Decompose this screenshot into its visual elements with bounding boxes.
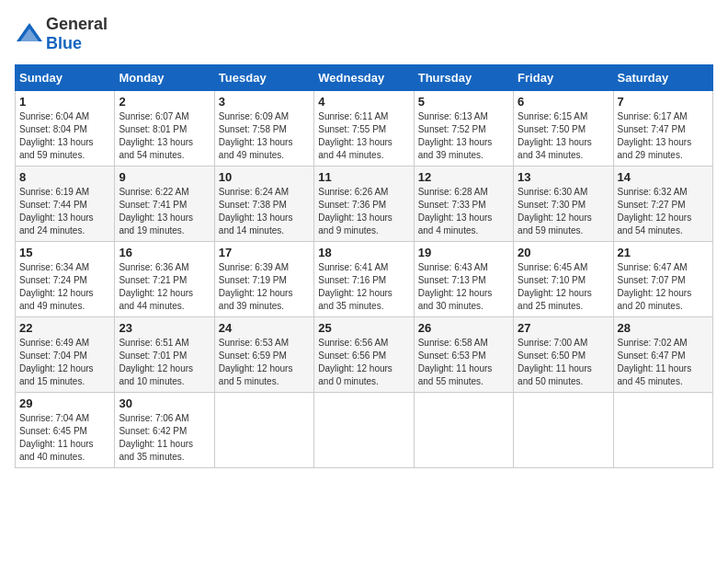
day-info: Sunrise: 6:04 AM Sunset: 8:04 PM Dayligh… xyxy=(19,110,110,162)
day-number: 23 xyxy=(119,321,210,335)
calendar-table: SundayMondayTuesdayWednesdayThursdayFrid… xyxy=(15,64,713,468)
day-info: Sunrise: 6:11 AM Sunset: 7:55 PM Dayligh… xyxy=(318,110,409,162)
day-header-thursday: Thursday xyxy=(414,65,513,91)
day-cell-5: 5 Sunrise: 6:13 AM Sunset: 7:52 PM Dayli… xyxy=(414,91,513,167)
calendar-header-row: SundayMondayTuesdayWednesdayThursdayFrid… xyxy=(16,65,713,91)
day-info: Sunrise: 6:09 AM Sunset: 7:58 PM Dayligh… xyxy=(219,110,310,162)
day-cell-30: 30 Sunrise: 7:06 AM Sunset: 6:42 PM Dayl… xyxy=(115,393,214,468)
day-info: Sunrise: 6:24 AM Sunset: 7:38 PM Dayligh… xyxy=(219,186,310,237)
logo-blue-text: Blue xyxy=(46,34,82,52)
day-number: 22 xyxy=(19,321,110,335)
day-cell-14: 14 Sunrise: 6:32 AM Sunset: 7:27 PM Dayl… xyxy=(613,167,712,242)
day-cell-7: 7 Sunrise: 6:17 AM Sunset: 7:47 PM Dayli… xyxy=(613,91,712,167)
day-cell-25: 25 Sunrise: 6:56 AM Sunset: 6:56 PM Dayl… xyxy=(314,317,414,393)
day-info: Sunrise: 6:15 AM Sunset: 7:50 PM Dayligh… xyxy=(518,110,609,162)
day-cell-11: 11 Sunrise: 6:26 AM Sunset: 7:36 PM Dayl… xyxy=(314,167,414,242)
day-number: 8 xyxy=(19,170,110,184)
day-number: 19 xyxy=(418,246,509,259)
calendar-week-1: 1 Sunrise: 6:04 AM Sunset: 8:04 PM Dayli… xyxy=(16,91,713,167)
day-cell-17: 17 Sunrise: 6:39 AM Sunset: 7:19 PM Dayl… xyxy=(214,242,313,317)
day-cell-22: 22 Sunrise: 6:49 AM Sunset: 7:04 PM Dayl… xyxy=(16,317,115,393)
day-info: Sunrise: 6:07 AM Sunset: 8:01 PM Dayligh… xyxy=(119,110,210,162)
day-header-tuesday: Tuesday xyxy=(214,65,313,91)
day-number: 13 xyxy=(518,170,609,184)
day-cell-15: 15 Sunrise: 6:34 AM Sunset: 7:24 PM Dayl… xyxy=(16,242,115,317)
day-cell-27: 27 Sunrise: 7:00 AM Sunset: 6:50 PM Dayl… xyxy=(514,317,613,393)
day-info: Sunrise: 6:30 AM Sunset: 7:30 PM Dayligh… xyxy=(518,186,609,237)
day-number: 5 xyxy=(418,95,509,109)
day-info: Sunrise: 6:51 AM Sunset: 7:01 PM Dayligh… xyxy=(119,337,210,388)
calendar-week-2: 8 Sunrise: 6:19 AM Sunset: 7:44 PM Dayli… xyxy=(16,167,713,242)
day-info: Sunrise: 6:26 AM Sunset: 7:36 PM Dayligh… xyxy=(318,186,409,237)
empty-cell xyxy=(414,393,513,468)
day-info: Sunrise: 6:53 AM Sunset: 6:59 PM Dayligh… xyxy=(219,337,310,388)
day-number: 20 xyxy=(518,246,609,259)
day-info: Sunrise: 6:13 AM Sunset: 7:52 PM Dayligh… xyxy=(418,110,509,162)
day-info: Sunrise: 6:28 AM Sunset: 7:33 PM Dayligh… xyxy=(418,186,509,237)
day-number: 3 xyxy=(219,95,310,109)
day-cell-29: 29 Sunrise: 7:04 AM Sunset: 6:45 PM Dayl… xyxy=(16,393,115,468)
day-info: Sunrise: 6:58 AM Sunset: 6:53 PM Dayligh… xyxy=(418,337,509,388)
header: General Blue xyxy=(15,15,713,53)
day-number: 9 xyxy=(119,170,210,184)
day-cell-1: 1 Sunrise: 6:04 AM Sunset: 8:04 PM Dayli… xyxy=(16,91,115,167)
day-info: Sunrise: 6:47 AM Sunset: 7:07 PM Dayligh… xyxy=(618,261,709,313)
day-number: 21 xyxy=(618,246,709,259)
day-info: Sunrise: 6:45 AM Sunset: 7:10 PM Dayligh… xyxy=(518,261,609,313)
day-number: 7 xyxy=(618,95,709,109)
day-cell-2: 2 Sunrise: 6:07 AM Sunset: 8:01 PM Dayli… xyxy=(115,91,214,167)
day-number: 11 xyxy=(318,170,409,184)
day-number: 2 xyxy=(119,95,210,109)
day-cell-16: 16 Sunrise: 6:36 AM Sunset: 7:21 PM Dayl… xyxy=(115,242,214,317)
day-number: 26 xyxy=(418,321,509,335)
day-info: Sunrise: 6:17 AM Sunset: 7:47 PM Dayligh… xyxy=(618,110,709,162)
day-cell-10: 10 Sunrise: 6:24 AM Sunset: 7:38 PM Dayl… xyxy=(214,167,313,242)
day-cell-12: 12 Sunrise: 6:28 AM Sunset: 7:33 PM Dayl… xyxy=(414,167,513,242)
day-header-wednesday: Wednesday xyxy=(314,65,414,91)
day-cell-6: 6 Sunrise: 6:15 AM Sunset: 7:50 PM Dayli… xyxy=(514,91,613,167)
day-number: 10 xyxy=(219,170,310,184)
day-info: Sunrise: 6:32 AM Sunset: 7:27 PM Dayligh… xyxy=(618,186,709,237)
day-number: 12 xyxy=(418,170,509,184)
day-info: Sunrise: 6:19 AM Sunset: 7:44 PM Dayligh… xyxy=(19,186,110,237)
day-header-saturday: Saturday xyxy=(613,65,712,91)
day-info: Sunrise: 7:02 AM Sunset: 6:47 PM Dayligh… xyxy=(618,337,709,388)
day-number: 18 xyxy=(318,246,409,259)
day-cell-20: 20 Sunrise: 6:45 AM Sunset: 7:10 PM Dayl… xyxy=(514,242,613,317)
day-info: Sunrise: 6:49 AM Sunset: 7:04 PM Dayligh… xyxy=(19,337,110,388)
day-cell-26: 26 Sunrise: 6:58 AM Sunset: 6:53 PM Dayl… xyxy=(414,317,513,393)
day-number: 17 xyxy=(219,246,310,259)
day-cell-19: 19 Sunrise: 6:43 AM Sunset: 7:13 PM Dayl… xyxy=(414,242,513,317)
day-cell-23: 23 Sunrise: 6:51 AM Sunset: 7:01 PM Dayl… xyxy=(115,317,214,393)
calendar-week-4: 22 Sunrise: 6:49 AM Sunset: 7:04 PM Dayl… xyxy=(16,317,713,393)
day-cell-8: 8 Sunrise: 6:19 AM Sunset: 7:44 PM Dayli… xyxy=(16,167,115,242)
day-cell-21: 21 Sunrise: 6:47 AM Sunset: 7:07 PM Dayl… xyxy=(613,242,712,317)
day-number: 27 xyxy=(518,321,609,335)
day-info: Sunrise: 6:22 AM Sunset: 7:41 PM Dayligh… xyxy=(119,186,210,237)
day-number: 24 xyxy=(219,321,310,335)
day-number: 29 xyxy=(19,396,110,410)
day-info: Sunrise: 6:41 AM Sunset: 7:16 PM Dayligh… xyxy=(318,261,409,313)
day-number: 15 xyxy=(19,246,110,259)
day-info: Sunrise: 7:00 AM Sunset: 6:50 PM Dayligh… xyxy=(518,337,609,388)
day-cell-3: 3 Sunrise: 6:09 AM Sunset: 7:58 PM Dayli… xyxy=(214,91,313,167)
day-cell-9: 9 Sunrise: 6:22 AM Sunset: 7:41 PM Dayli… xyxy=(115,167,214,242)
day-number: 30 xyxy=(119,396,210,410)
day-info: Sunrise: 7:06 AM Sunset: 6:42 PM Dayligh… xyxy=(119,412,210,464)
day-info: Sunrise: 6:34 AM Sunset: 7:24 PM Dayligh… xyxy=(19,261,110,313)
day-number: 4 xyxy=(318,95,409,109)
day-cell-24: 24 Sunrise: 6:53 AM Sunset: 6:59 PM Dayl… xyxy=(214,317,313,393)
day-cell-4: 4 Sunrise: 6:11 AM Sunset: 7:55 PM Dayli… xyxy=(314,91,414,167)
day-number: 1 xyxy=(19,95,110,109)
day-info: Sunrise: 7:04 AM Sunset: 6:45 PM Dayligh… xyxy=(19,412,110,464)
day-number: 16 xyxy=(119,246,210,259)
day-header-sunday: Sunday xyxy=(16,65,115,91)
day-info: Sunrise: 6:36 AM Sunset: 7:21 PM Dayligh… xyxy=(119,261,210,313)
day-info: Sunrise: 6:39 AM Sunset: 7:19 PM Dayligh… xyxy=(219,261,310,313)
day-info: Sunrise: 6:56 AM Sunset: 6:56 PM Dayligh… xyxy=(318,337,409,388)
logo-general-text: General xyxy=(46,15,108,33)
day-number: 28 xyxy=(618,321,709,335)
logo-icon xyxy=(15,21,44,47)
calendar-week-5: 29 Sunrise: 7:04 AM Sunset: 6:45 PM Dayl… xyxy=(16,393,713,468)
empty-cell xyxy=(314,393,414,468)
